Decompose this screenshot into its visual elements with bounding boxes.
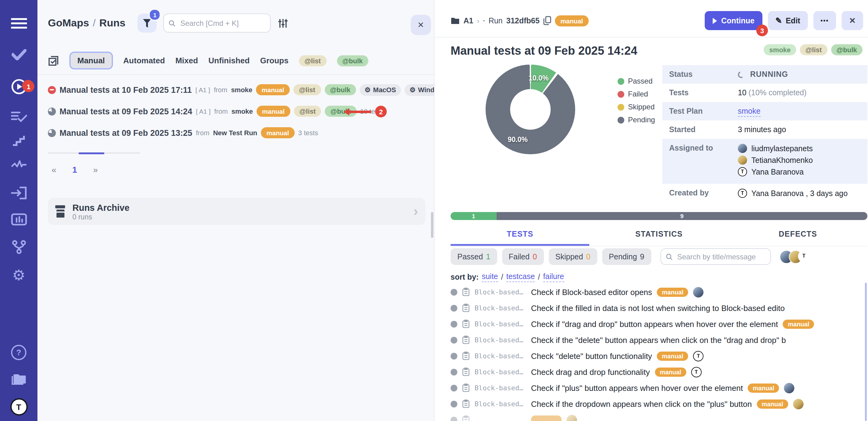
tab-defects[interactable]: DEFECTS xyxy=(728,226,867,246)
run-type-tag: manual xyxy=(257,106,290,117)
sort-failure-link[interactable]: failure xyxy=(543,272,564,282)
tab-tests[interactable]: TESTS xyxy=(451,226,590,246)
test-row[interactable]: Block-based… Check if the dropdown appea… xyxy=(451,396,868,412)
test-row[interactable]: Block-based… Check if "plus" button appe… xyxy=(451,380,868,396)
archive-title: Runs Archive xyxy=(72,202,129,212)
assignee[interactable]: TYana Baranova xyxy=(738,167,813,176)
legend-label: Skipped xyxy=(628,103,655,111)
tag-list[interactable]: @list xyxy=(800,44,827,55)
tests-search[interactable] xyxy=(660,248,771,265)
sort-separator: / xyxy=(501,273,503,281)
tests-icon[interactable] xyxy=(0,49,37,60)
tab-manual[interactable]: Manual xyxy=(69,52,113,69)
filter-pending[interactable]: Pending9 xyxy=(602,248,651,265)
detail-tabs: TESTS STATISTICS DEFECTS xyxy=(451,226,867,247)
continue-button[interactable]: Continue 3 xyxy=(705,11,763,30)
breadcrumb: GoMaps / Runs xyxy=(48,17,126,29)
run-type-tag: manual xyxy=(256,84,290,95)
tab-unfinished[interactable]: Unfinished xyxy=(208,56,250,65)
left-panel-scrollbar[interactable] xyxy=(431,212,433,238)
pencil-icon xyxy=(775,16,782,25)
divider xyxy=(37,74,434,75)
activity-icon[interactable] xyxy=(0,160,37,171)
tab-automated[interactable]: Automated xyxy=(123,56,165,65)
tab-mixed[interactable]: Mixed xyxy=(175,56,198,65)
section-name: Runs xyxy=(99,17,126,29)
copy-icon[interactable] xyxy=(543,16,551,25)
close-detail-button[interactable] xyxy=(842,11,863,30)
stopped-status-icon xyxy=(48,86,56,94)
test-title: Check if the filled in data is not lost … xyxy=(531,303,785,312)
tag-filter-list[interactable]: @list xyxy=(299,55,326,66)
avatar xyxy=(738,144,747,153)
tab-groups[interactable]: Groups xyxy=(260,56,288,65)
pending-status-dot xyxy=(451,385,457,391)
select-all-icon[interactable] xyxy=(48,55,59,66)
assignee[interactable]: TetianaKhomenko xyxy=(738,156,813,165)
tab-statistics[interactable]: STATISTICS xyxy=(590,226,728,246)
suite-name: Block-based… xyxy=(474,352,526,360)
runs-archive-card[interactable]: Runs Archive 0 runs › xyxy=(48,198,425,225)
sort-testcase-link[interactable]: testcase xyxy=(506,272,535,282)
search-input[interactable] xyxy=(179,18,265,28)
test-row[interactable]: Block-based… Check if Block-based editor… xyxy=(451,284,868,300)
steps-icon[interactable] xyxy=(0,134,37,146)
close-panel-button[interactable] xyxy=(411,15,431,35)
assignee-name: Yana Baranova xyxy=(751,167,804,176)
test-row[interactable]: Block-based… Check if the "delete" butto… xyxy=(451,332,868,348)
test-row-partial[interactable] xyxy=(451,412,868,421)
pagination-next[interactable]: » xyxy=(93,165,98,174)
project-name[interactable]: GoMaps xyxy=(48,17,89,29)
breadcrumb-folder[interactable]: A1 xyxy=(463,16,473,25)
more-actions-button[interactable] xyxy=(813,11,836,30)
tag-filter-bulk[interactable]: @bulk xyxy=(337,55,368,66)
run-title: Manual tests at 09 Feb 2025 14:24 xyxy=(60,107,192,116)
pagination-prev[interactable]: « xyxy=(52,165,57,174)
pending-status-dot xyxy=(451,368,457,375)
tests-search-input[interactable] xyxy=(676,252,765,261)
run-row[interactable]: Manual tests at 10 Feb 2025 17:11 [ A1 ]… xyxy=(48,82,429,97)
legend-label: Failed xyxy=(628,90,648,99)
test-title: Check if "drag and drop" button appears … xyxy=(531,319,778,329)
test-row[interactable]: Block-based… Check "delete" button funct… xyxy=(451,348,868,364)
sort-suite-link[interactable]: suite xyxy=(482,272,498,282)
runs-search[interactable] xyxy=(164,13,271,33)
test-plan-link[interactable]: smoke xyxy=(738,107,761,117)
test-row[interactable]: Block-based… Check if the filled in data… xyxy=(451,300,868,316)
tag-bulk[interactable]: @bulk xyxy=(831,44,863,55)
display-settings-icon[interactable] xyxy=(278,18,288,28)
assignee-avatars-cluster[interactable]: T xyxy=(779,250,810,263)
run-row[interactable]: Manual tests at 09 Feb 2025 13:25 from N… xyxy=(48,125,429,140)
sign-in-icon[interactable] xyxy=(0,186,37,200)
pending-status-dot xyxy=(451,353,457,359)
test-row[interactable]: Block-based… Check if "drag and drop" bu… xyxy=(451,316,868,332)
reports-icon[interactable] xyxy=(0,213,37,226)
avatar xyxy=(693,287,704,297)
integrations-icon[interactable] xyxy=(0,240,37,254)
avatar xyxy=(567,415,577,421)
assignee[interactable]: liudmylastepanets xyxy=(738,144,813,153)
projects-icon[interactable] xyxy=(0,372,37,386)
help-icon[interactable] xyxy=(0,345,37,360)
tests-value: 10 xyxy=(738,88,746,97)
edit-button[interactable]: Edit xyxy=(768,11,808,30)
assignee-name: liudmylastepanets xyxy=(751,144,813,153)
filter-button[interactable]: 1 xyxy=(138,13,157,33)
settings-icon[interactable] xyxy=(0,268,37,283)
filter-passed[interactable]: Passed1 xyxy=(451,248,497,265)
filter-skipped[interactable]: Skipped0 xyxy=(549,248,597,265)
user-avatar[interactable]: T xyxy=(0,398,37,416)
tests-scrollbar[interactable] xyxy=(865,283,867,421)
run-tag: @list xyxy=(293,84,321,95)
filter-label: Skipped xyxy=(555,252,583,261)
assignee-name: TetianaKhomenko xyxy=(751,156,813,164)
pagination-page-1[interactable]: 1 xyxy=(72,165,78,174)
passed-slice-label: 10.0% xyxy=(529,74,549,82)
tag-smoke[interactable]: smoke xyxy=(764,44,796,55)
filter-failed[interactable]: Failed0 xyxy=(502,248,544,265)
filter-count-badge: 1 xyxy=(149,9,161,21)
menu-icon[interactable] xyxy=(0,17,37,29)
test-row[interactable]: Block-based… Check drag and drop functio… xyxy=(451,364,868,380)
test-plans-icon[interactable] xyxy=(0,111,37,123)
run-env-chip: Windows xyxy=(405,84,434,95)
